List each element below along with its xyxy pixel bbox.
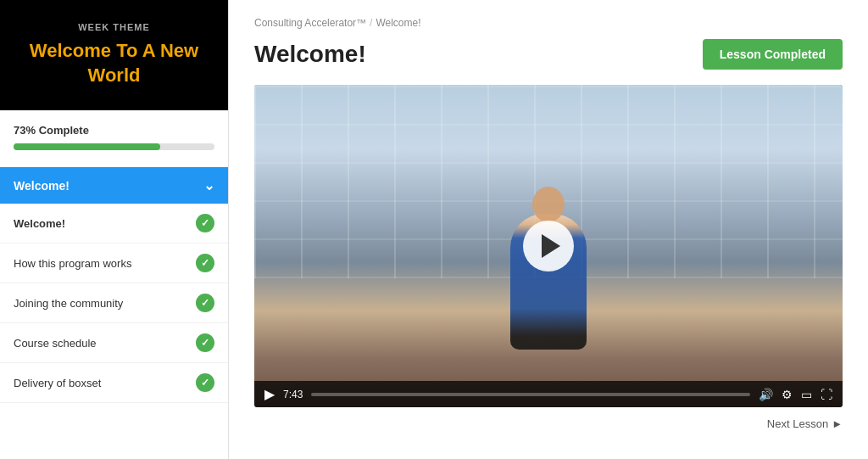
next-lesson-row: Next Lesson ► <box>254 417 843 430</box>
video-controls-bar: 7:43 🔊 ⚙ ▭ ⛶ <box>254 381 843 407</box>
check-icon <box>196 333 214 352</box>
breadcrumb-parent[interactable]: Consulting Accelerator™ <box>254 17 366 29</box>
next-lesson-label: Next Lesson <box>767 417 828 430</box>
next-lesson-arrow-icon: ► <box>832 417 843 430</box>
section-header-title: Welcome! <box>14 179 70 193</box>
progress-bar-fill <box>14 143 160 150</box>
fullscreen-icon[interactable]: ⛶ <box>821 388 832 401</box>
breadcrumb: Consulting Accelerator™ / Welcome! <box>254 17 843 29</box>
video-time-display: 7:43 <box>283 389 303 400</box>
video-player[interactable]: 7:43 🔊 ⚙ ▭ ⛶ <box>254 85 843 407</box>
page-title: Welcome! <box>254 41 366 68</box>
week-theme-title-line2: World <box>88 64 141 86</box>
lesson-title: How this program works <box>14 257 131 270</box>
video-control-icons: 🔊 ⚙ ▭ ⛶ <box>759 388 832 401</box>
chevron-down-icon: ⌄ <box>203 177 214 193</box>
lesson-title: Delivery of boxset <box>14 377 101 389</box>
lesson-title: Course schedule <box>14 337 97 350</box>
check-icon <box>196 214 214 232</box>
list-item[interactable]: Welcome! <box>0 204 228 243</box>
next-lesson-link[interactable]: Next Lesson ► <box>767 417 843 430</box>
play-button[interactable] <box>523 221 574 271</box>
breadcrumb-separator: / <box>370 17 372 29</box>
breadcrumb-current: Welcome! <box>376 17 420 29</box>
week-theme-title-line1: Welcome To A New <box>30 40 198 61</box>
play-pause-button[interactable] <box>264 386 275 402</box>
list-item[interactable]: Course schedule <box>0 323 228 363</box>
section-header[interactable]: Welcome! ⌄ <box>0 167 228 204</box>
progress-section: 73% Complete <box>0 110 228 157</box>
lesson-list: Welcome! How this program works Joining … <box>0 204 228 403</box>
video-progress-track[interactable] <box>311 393 750 396</box>
list-item[interactable]: Delivery of boxset <box>0 363 228 403</box>
check-icon <box>196 254 214 272</box>
week-theme-banner: WEEK THEME Welcome To A New World <box>0 0 228 110</box>
theater-mode-icon[interactable]: ▭ <box>801 388 812 401</box>
lesson-title: Welcome! <box>14 217 65 230</box>
check-icon <box>196 373 214 392</box>
settings-icon[interactable]: ⚙ <box>782 388 793 401</box>
lesson-title: Joining the community <box>14 297 123 310</box>
check-icon <box>196 294 214 312</box>
sidebar: WEEK THEME Welcome To A New World 73% Co… <box>0 0 229 459</box>
video-thumbnail <box>254 85 843 407</box>
week-theme-label: WEEK THEME <box>78 22 150 32</box>
main-content: Consulting Accelerator™ / Welcome! Welco… <box>229 0 868 459</box>
page-header: Welcome! Lesson Completed <box>254 39 843 70</box>
volume-icon[interactable]: 🔊 <box>759 388 773 401</box>
list-item[interactable]: Joining the community <box>0 283 228 323</box>
progress-label: 73% Complete <box>14 124 214 137</box>
list-item[interactable]: How this program works <box>0 243 228 283</box>
progress-bar-background <box>14 143 214 150</box>
lesson-completed-button[interactable]: Lesson Completed <box>703 39 843 70</box>
week-theme-title: Welcome To A New World <box>30 39 198 87</box>
